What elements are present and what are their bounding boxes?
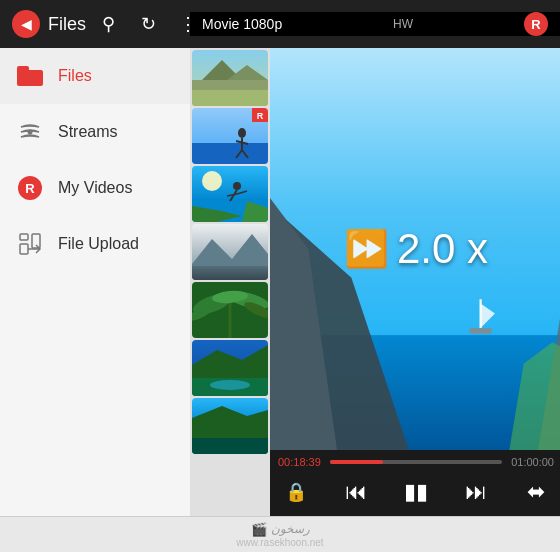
refresh-button[interactable]: ↻ <box>134 10 162 38</box>
speed-text: 2.0 x <box>397 225 488 273</box>
svg-text:R: R <box>257 111 264 121</box>
svg-point-20 <box>202 171 222 191</box>
player-controls: 00:18:39 01:00:00 🔒 ⏮ ▮▮ ⏭ ⬌ <box>270 450 560 516</box>
streams-label: Streams <box>58 123 118 141</box>
sidebar-item-streams[interactable]: Streams <box>0 104 190 160</box>
app-container: ◀ Files ⚲ ↻ ⋮ Movie 1080p HW R Files <box>0 0 560 552</box>
svg-rect-1 <box>20 234 28 240</box>
resize-button[interactable]: ⬌ <box>518 474 554 510</box>
player-area: ⏩ 2.0 x 00:18:39 01:00:00 🔒 ⏮ ▮▮ ⏭ <box>270 48 560 516</box>
svg-rect-11 <box>192 143 268 164</box>
back-arrow-icon: ◀ <box>21 17 32 31</box>
sidebar-item-myvideos[interactable]: R My Videos <box>0 160 190 216</box>
thumbnail-3[interactable] <box>192 166 268 222</box>
fileupload-icon <box>16 230 44 258</box>
progress-fill <box>330 460 383 464</box>
sidebar: Files Streams R My Videos <box>0 48 190 516</box>
fast-forward-icon: ⏩ <box>344 228 389 270</box>
hw-badge: HW <box>393 17 413 31</box>
files-label: Files <box>58 67 92 85</box>
pause-button[interactable]: ▮▮ <box>398 474 434 510</box>
fileupload-label: File Upload <box>58 235 139 253</box>
time-end: 01:00:00 <box>510 456 554 468</box>
top-bar: ◀ Files ⚲ ↻ ⋮ Movie 1080p HW R <box>0 0 560 48</box>
footer: 🎬 رسخون www.rasekhoon.net <box>0 516 560 552</box>
svg-rect-9 <box>192 90 268 106</box>
top-bar-left: ◀ Files ⚲ ↻ ⋮ <box>0 10 190 38</box>
svg-rect-29 <box>192 266 268 280</box>
svg-rect-52 <box>469 328 492 334</box>
app-title: Files <box>48 14 86 35</box>
thumbnail-5[interactable] <box>192 282 268 338</box>
thumbnail-7[interactable] <box>192 398 268 454</box>
time-current: 00:18:39 <box>278 456 322 468</box>
progress-row: 00:18:39 01:00:00 <box>278 456 554 468</box>
prev-button[interactable]: ⏮ <box>338 474 374 510</box>
svg-point-12 <box>238 128 246 138</box>
thumbnail-1[interactable] <box>192 50 268 106</box>
controls-row: 🔒 ⏮ ▮▮ ⏭ ⬌ <box>278 474 554 510</box>
back-button[interactable]: ◀ <box>12 10 40 38</box>
thumbnail-6[interactable] <box>192 340 268 396</box>
svg-point-21 <box>233 182 241 190</box>
footer-logo: 🎬 <box>251 522 267 537</box>
content-area: Files Streams R My Videos <box>0 48 560 516</box>
thumbnail-2[interactable]: R <box>192 108 268 164</box>
folder-icon <box>16 62 44 90</box>
thumbnail-strip: R <box>190 48 270 516</box>
lock-button[interactable]: 🔒 <box>278 474 314 510</box>
r-badge: R <box>524 12 548 36</box>
myvideos-label: My Videos <box>58 179 132 197</box>
player-title: Movie 1080p <box>202 16 282 32</box>
myvideos-icon: R <box>16 174 44 202</box>
thumbnail-4[interactable] <box>192 224 268 280</box>
svg-point-40 <box>210 380 250 390</box>
sidebar-item-files[interactable]: Files <box>0 48 190 104</box>
search-button[interactable]: ⚲ <box>94 10 122 38</box>
player-video: ⏩ 2.0 x <box>270 48 560 450</box>
footer-brand: رسخون <box>271 522 310 536</box>
player-top-bar: Movie 1080p HW R <box>190 12 560 36</box>
speed-overlay: ⏩ 2.0 x <box>344 225 488 273</box>
svg-point-0 <box>28 130 33 135</box>
progress-bar[interactable] <box>330 460 502 464</box>
svg-rect-43 <box>192 438 268 454</box>
sidebar-item-fileupload[interactable]: File Upload <box>0 216 190 272</box>
footer-url: www.rasekhoon.net <box>236 537 323 548</box>
svg-rect-2 <box>20 244 28 254</box>
streams-icon <box>16 118 44 146</box>
next-button[interactable]: ⏭ <box>458 474 494 510</box>
